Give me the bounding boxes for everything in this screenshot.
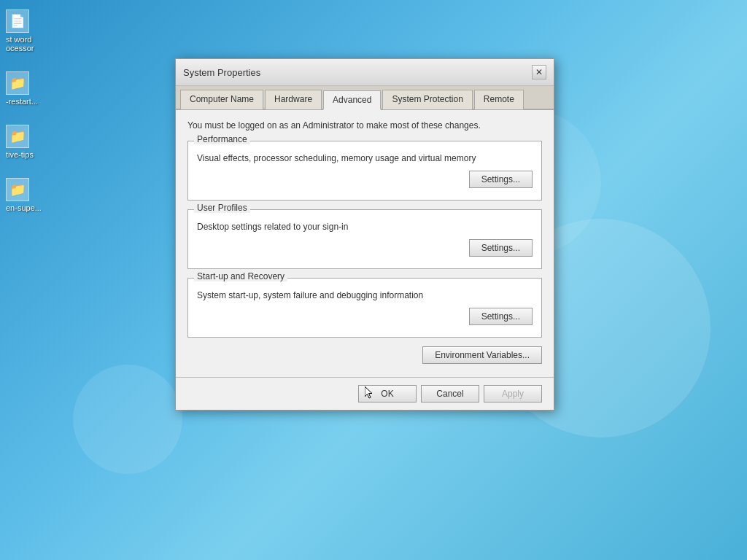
desktop-icons-area: 📄 st word ocessor 📁 -restart... 📁 tive-t… <box>0 0 66 222</box>
tab-computer-name[interactable]: Computer Name <box>180 90 263 109</box>
dialog-titlebar: System Properties ✕ <box>176 59 554 86</box>
user-profiles-settings-button[interactable]: Settings... <box>469 239 533 257</box>
cancel-button[interactable]: Cancel <box>421 385 479 402</box>
desktop: 📄 st word ocessor 📁 -restart... 📁 tive-t… <box>0 0 747 560</box>
performance-inner: Visual effects, processor scheduling, me… <box>188 141 541 200</box>
desktop-icon-folder1[interactable]: 📁 -restart... <box>4 69 62 108</box>
performance-btn-row: Settings... <box>197 171 533 188</box>
folder2-icon-label: tive-tips <box>6 150 34 159</box>
desktop-icon-folder3[interactable]: 📁 en-supe... <box>4 176 62 214</box>
user-profiles-inner: Desktop settings related to your sign-in… <box>188 210 541 268</box>
apply-button[interactable]: Apply <box>484 385 542 402</box>
word-icon-label: st word ocessor <box>6 35 60 52</box>
folder2-icon: 📁 <box>6 125 29 148</box>
startup-recovery-settings-button[interactable]: Settings... <box>469 308 533 325</box>
word-icon: 📄 <box>6 9 29 33</box>
user-profiles-section: User Profiles Desktop settings related t… <box>187 209 542 269</box>
dialog-content: You must be logged on as an Administrato… <box>176 110 554 377</box>
desktop-icon-folder2[interactable]: 📁 tive-tips <box>4 122 62 161</box>
folder3-icon-label: en-supe... <box>6 203 42 212</box>
dialog-tabs: Computer Name Hardware Advanced System P… <box>176 86 554 110</box>
environment-variables-button[interactable]: Environment Variables... <box>422 346 542 364</box>
user-profiles-desc: Desktop settings related to your sign-in <box>197 222 533 232</box>
bg-decoration-3 <box>73 365 182 474</box>
tab-hardware[interactable]: Hardware <box>265 90 322 109</box>
folder3-icon: 📁 <box>6 178 29 201</box>
dialog-footer: OK Cancel Apply <box>176 377 554 410</box>
startup-recovery-section: Start-up and Recovery System start-up, s… <box>187 278 542 338</box>
startup-recovery-inner: System start-up, system failure and debu… <box>188 279 541 337</box>
env-variables-row: Environment Variables... <box>187 346 542 364</box>
performance-section: Performance Visual effects, processor sc… <box>187 141 542 201</box>
tab-remote[interactable]: Remote <box>474 90 524 109</box>
desktop-icon-word[interactable]: 📄 st word ocessor <box>4 7 62 55</box>
user-profiles-btn-row: Settings... <box>197 239 533 257</box>
tab-advanced[interactable]: Advanced <box>323 90 381 110</box>
performance-settings-button[interactable]: Settings... <box>469 171 533 188</box>
startup-recovery-btn-row: Settings... <box>197 308 533 325</box>
system-properties-dialog: System Properties ✕ Computer Name Hardwa… <box>175 58 554 411</box>
dialog-title: System Properties <box>183 67 260 78</box>
admin-notice: You must be logged on as an Administrato… <box>187 120 542 131</box>
folder1-icon-label: -restart... <box>6 97 38 106</box>
ok-button[interactable]: OK <box>358 385 417 402</box>
folder1-icon: 📁 <box>6 71 29 95</box>
tab-system-protection[interactable]: System Protection <box>382 90 472 109</box>
close-button[interactable]: ✕ <box>532 65 546 79</box>
startup-recovery-desc: System start-up, system failure and debu… <box>197 290 533 300</box>
performance-desc: Visual effects, processor scheduling, me… <box>197 153 533 163</box>
